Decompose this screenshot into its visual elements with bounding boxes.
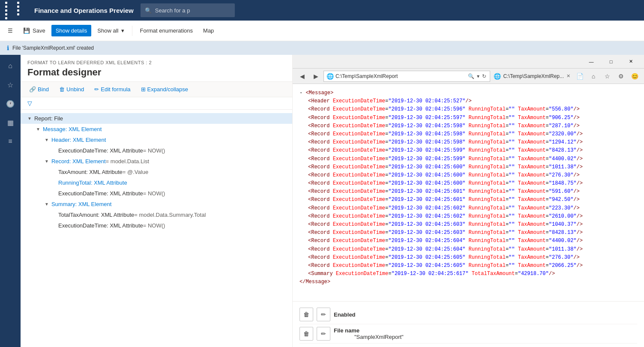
search-address-button[interactable]: 🔍 — [467, 72, 475, 80]
show-all-button[interactable]: Show all ▾ — [93, 25, 128, 36]
bind-button[interactable]: 🔗 Bind — [27, 85, 51, 93]
main-layout: ⌂ ☆ 🕐 ▦ ≡ FORMAT TO LEARN DEFERRED XML E… — [0, 55, 644, 347]
property-panel: 🗑 ✏ Enabled 🗑 ✏ File name "SampleXmlRepo… — [293, 301, 644, 347]
maximize-button[interactable]: □ — [601, 56, 621, 68]
address-bar: 🌐 C:\Temp\SampleXmlReport 🔍 ▾ ↻ — [323, 71, 490, 82]
panel-header: FORMAT TO LEARN DEFERRED XML ELEMENTS : … — [21, 55, 292, 82]
format-enumerations-button[interactable]: Format enumerations — [136, 25, 198, 36]
prop-edit-button-2[interactable]: ✏ — [317, 327, 330, 341]
filter-icon: ▽ — [27, 100, 32, 107]
save-icon: 💾 — [23, 27, 30, 34]
tree-item[interactable]: ExecutionDateTime: XML Attribute = NOW() — [21, 220, 292, 231]
tree-arrow-icon[interactable]: ▼ — [36, 127, 40, 132]
unlink-icon: 🗑 — [59, 86, 65, 93]
sidebar-nav: ⌂ ☆ 🕐 ▦ ≡ — [0, 55, 21, 347]
tree-item[interactable]: ExecutionDateTime: XML Attribute = NOW() — [21, 188, 292, 199]
refresh-button[interactable]: ↻ — [481, 72, 487, 80]
link-icon: 🔗 — [29, 86, 36, 93]
prop-edit-button-1[interactable]: ✏ — [317, 308, 330, 321]
search-icon: 🔍 — [145, 7, 152, 14]
nav-list-icon[interactable]: ≡ — [3, 134, 18, 149]
tree-item[interactable]: ▼ Report: File — [21, 113, 292, 124]
ie-icon: 🌐 — [326, 73, 334, 80]
notification-bar: ℹ File 'SampleXmlReport.xml' created — [0, 41, 644, 55]
tree-toolbar: 🔗 Bind 🗑 Unbind ✏ Edit formula ⊞ Expand/… — [21, 82, 292, 97]
info-icon: ℹ — [7, 45, 9, 51]
tree-item[interactable]: RunningTotal: XML Attribute — [21, 177, 292, 188]
prop-delete-button-1[interactable]: 🗑 — [300, 308, 313, 321]
home-button[interactable]: ⌂ — [587, 70, 599, 82]
nav-home-icon[interactable]: ⌂ — [3, 58, 18, 74]
nav-star-icon[interactable]: ☆ — [3, 77, 18, 93]
expand-icon: ⊞ — [141, 86, 146, 93]
search-placeholder: Search for a p — [155, 7, 190, 14]
panel-subtitle: FORMAT TO LEARN DEFERRED XML ELEMENTS : … — [27, 60, 285, 65]
tree-item[interactable]: TaxAmount: XML Attribute = @.Value — [21, 167, 292, 177]
ie-icon2: 🌐 — [494, 73, 501, 80]
command-bar: ☰ 💾 Save Show details Show all ▾ Format … — [0, 21, 644, 41]
panel-title: Format designer — [27, 67, 285, 78]
app-grid-icon[interactable] — [5, 2, 27, 19]
tab2-address: C:\Temp\SampleXmlRep... — [503, 73, 564, 79]
prop-enabled-row: 🗑 ✏ Enabled — [300, 305, 637, 324]
emoji-button[interactable]: 😊 — [629, 70, 641, 82]
formula-icon: ✏ — [94, 86, 99, 93]
browser-panel: — □ ✕ ◀ ▶ 🌐 C:\Temp\SampleXmlReport 🔍 ▾ … — [293, 55, 644, 347]
notification-text: File 'SampleXmlReport.xml' created — [12, 45, 94, 51]
tree-item[interactable]: ▼ Summary: XML Element — [21, 199, 292, 209]
xml-content[interactable]: - <Message><Header ExecutionDateTime="20… — [293, 84, 644, 301]
tree-arrow-icon[interactable]: ▼ — [45, 138, 49, 142]
cmd-divider — [132, 26, 132, 36]
show-details-button[interactable]: Show details — [51, 25, 92, 36]
filename-label: File name — [334, 327, 404, 334]
address-text: C:\Temp\SampleXmlReport — [335, 73, 465, 79]
dropdown-address-button[interactable]: ▾ — [476, 72, 480, 80]
top-bar: Finance and Operations Preview 🔍 Search … — [0, 0, 644, 21]
new-tab-button[interactable]: 📄 — [574, 70, 586, 82]
close-button[interactable]: ✕ — [621, 56, 641, 68]
tree-arrow-icon[interactable]: ▼ — [45, 202, 49, 206]
edit-formula-button[interactable]: ✏ Edit formula — [93, 85, 132, 93]
back-button[interactable]: ◀ — [296, 70, 308, 82]
map-button[interactable]: Map — [199, 25, 218, 36]
tree-item[interactable]: ▼ Header: XML Element — [21, 135, 292, 145]
browser-nav-bar: ◀ ▶ 🌐 C:\Temp\SampleXmlReport 🔍 ▾ ↻ 🌐 C:… — [293, 69, 644, 84]
nav-recent-icon[interactable]: 🕐 — [3, 96, 18, 111]
forward-button[interactable]: ▶ — [310, 70, 322, 82]
settings-browser-button[interactable]: ⚙ — [615, 70, 627, 82]
favorites-button[interactable]: ☆ — [601, 70, 613, 82]
tree-item[interactable]: ▼ Record: XML Element = model.Data.List — [21, 156, 292, 167]
tree-arrow-icon[interactable]: ▼ — [45, 159, 49, 164]
tree-arrow-icon[interactable]: ▼ — [27, 116, 32, 121]
unbind-button[interactable]: 🗑 Unbind — [57, 85, 86, 93]
nav-workspace-icon[interactable]: ▦ — [3, 115, 18, 130]
tree-content: ▼ Report: File ▼ Message: XML Element ▼ … — [21, 110, 292, 347]
enabled-label: Enabled — [334, 311, 356, 318]
hamburger-button[interactable]: ☰ — [3, 25, 17, 36]
filter-bar: ▽ — [21, 97, 292, 110]
chevron-down-icon: ▾ — [121, 27, 124, 34]
search-box[interactable]: 🔍 Search for a p — [141, 3, 235, 17]
designer-panel: FORMAT TO LEARN DEFERRED XML ELEMENTS : … — [21, 55, 293, 347]
tree-item[interactable]: TotalTaxAmount: XML Attribute = model.Da… — [21, 209, 292, 220]
minimize-button[interactable]: — — [581, 56, 601, 68]
tab2-close-btn[interactable]: ✕ — [566, 73, 570, 79]
tree-item[interactable]: ExecutionDateTime: XML Attribute = NOW() — [21, 145, 292, 156]
filename-value: "SampleXmlReport" — [354, 334, 404, 340]
save-button[interactable]: 💾 Save — [19, 25, 50, 36]
app-title: Finance and Operations Preview — [34, 7, 134, 14]
browser-titlebar: — □ ✕ — [293, 55, 644, 69]
prop-filename-row: 🗑 ✏ File name "SampleXmlReport" — [300, 324, 637, 344]
tree-item[interactable]: ▼ Message: XML Element — [21, 124, 292, 135]
expand-collapse-button[interactable]: ⊞ Expand/collapse — [139, 85, 190, 93]
window-controls: — □ ✕ — [581, 56, 641, 68]
prop-delete-button-2[interactable]: 🗑 — [300, 327, 313, 341]
